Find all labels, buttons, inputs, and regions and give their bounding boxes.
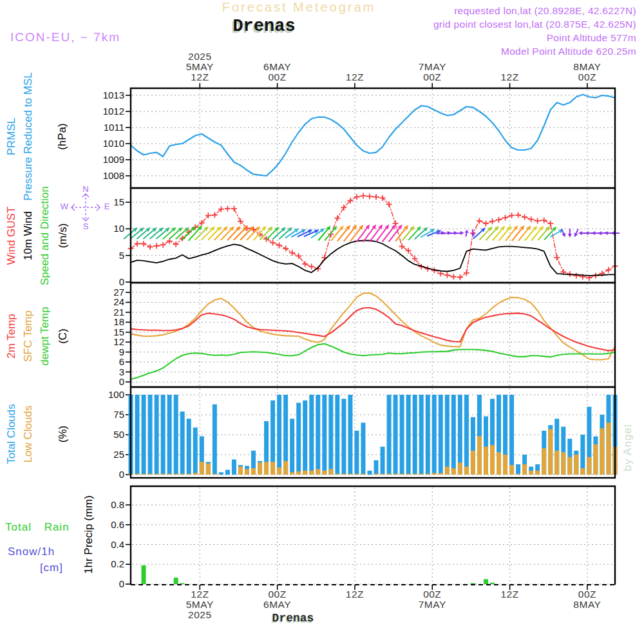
y-tick-label: 9 xyxy=(92,346,124,357)
bottom-axis-day: 6MAY xyxy=(253,599,302,611)
total-cloud-bar xyxy=(180,412,185,475)
total-cloud-bar xyxy=(225,470,230,475)
wind-direction-arrowhead xyxy=(464,230,468,233)
total-cloud-bar xyxy=(219,472,223,475)
rain-bar xyxy=(490,583,495,584)
wind-direction-arrow xyxy=(576,229,578,234)
low-cloud-bar xyxy=(503,455,507,475)
total-cloud-bar xyxy=(432,395,437,475)
total-cloud-bar xyxy=(296,402,301,475)
low-cloud-bar xyxy=(477,436,482,475)
y-tick-label: 25 xyxy=(92,449,124,460)
total-cloud-bar xyxy=(381,447,385,475)
low-cloud-bar xyxy=(348,474,352,475)
low-cloud-bar xyxy=(142,474,146,475)
y-tick-label: 0.2 xyxy=(92,558,124,569)
rain-bar xyxy=(180,583,185,584)
y-tick-label: 21 xyxy=(92,307,124,317)
low-cloud-bar xyxy=(451,468,456,475)
low-cloud-bar xyxy=(296,471,301,475)
wind-direction-arrow xyxy=(363,228,374,242)
low-cloud-bar xyxy=(490,445,495,475)
total-cloud-bar xyxy=(516,464,520,475)
y-tick-label: 1012 xyxy=(92,106,124,117)
low-cloud-bar xyxy=(264,462,269,475)
snow-label: Snow/1h xyxy=(8,545,55,558)
low-cloud-bar xyxy=(341,474,346,475)
y-tick-label: 0.6 xyxy=(92,519,124,530)
total-cloud-bar xyxy=(361,422,365,475)
y-tick-label: 1008 xyxy=(92,170,124,181)
low-cloud-bar xyxy=(381,474,385,475)
total-cloud-bar xyxy=(213,404,217,475)
total-cloud-bar xyxy=(328,395,333,475)
total-cloud-bar xyxy=(426,395,430,475)
low-cloud-bar xyxy=(458,462,462,475)
total-cloud-bar xyxy=(142,395,146,475)
low-cloud-bar xyxy=(567,457,572,475)
pressure-panel-border xyxy=(131,88,615,188)
total-cloud-bar xyxy=(341,399,346,475)
y-tick-label: 15 xyxy=(92,327,124,337)
total-cloud-bar xyxy=(148,395,153,475)
wind-direction-arrowhead xyxy=(591,231,595,235)
wind-direction-arrow xyxy=(436,233,441,234)
bottom-axis-hour: 12Z xyxy=(486,589,535,600)
low-cloud-bar xyxy=(213,474,217,475)
low-cloud-bar xyxy=(258,462,262,475)
y-tick-label: 0.8 xyxy=(92,499,124,510)
y-tick-label: 100 xyxy=(92,389,124,400)
wind-direction-arrowhead xyxy=(460,231,464,235)
low-cloud-bar xyxy=(374,474,379,475)
total-cloud-bar xyxy=(387,395,392,475)
total-cloud-bar xyxy=(367,471,372,475)
low-cloud-bar xyxy=(561,452,565,475)
top-axis-hour: 12Z xyxy=(175,71,224,83)
wind-direction-arrowhead xyxy=(471,233,475,236)
low-cloud-bar xyxy=(167,474,172,475)
low-cloud-bar xyxy=(251,468,256,475)
low-cloud-bar xyxy=(554,451,559,475)
low-cloud-bar xyxy=(290,472,294,475)
low-cloud-bar xyxy=(270,462,275,475)
total-cloud-bar xyxy=(439,395,443,475)
total-cloud-bar xyxy=(464,395,469,475)
low-cloud-bar xyxy=(542,448,546,475)
y-tick-label: 1011 xyxy=(92,122,124,133)
low-cloud-bar xyxy=(316,469,320,475)
wind-direction-arrowhead xyxy=(568,234,572,238)
low-cloud-bar xyxy=(328,469,333,475)
precip-axis-label: 1hr Precip (mm) xyxy=(82,483,95,586)
total-cloud-bar xyxy=(135,395,140,475)
y-tick-label: 27 xyxy=(92,287,124,298)
total-cloud-bar xyxy=(174,395,178,475)
bottom-axis-day: 7MAY xyxy=(408,599,457,611)
wind-direction-arrow xyxy=(376,228,386,242)
total-cloud-bar xyxy=(393,395,398,475)
low-cloud-bar xyxy=(354,474,359,475)
low-cloud-bar xyxy=(548,429,553,475)
low-cloud-bar xyxy=(600,428,604,475)
y-tick-label: 1010 xyxy=(92,138,124,149)
dewpoint-line xyxy=(131,344,615,379)
top-axis-hour: 00Z xyxy=(253,71,302,83)
total-cloud-bar xyxy=(335,395,339,475)
low-cloud-bar xyxy=(587,457,591,475)
bottom-axis-day: 8MAY xyxy=(563,599,612,611)
snow-units-label: [cm] xyxy=(19,562,63,574)
sfc-temp-line xyxy=(131,293,615,360)
total-cloud-bar xyxy=(445,395,450,475)
rain-bar xyxy=(484,579,488,584)
y-tick-label: 0 xyxy=(92,578,124,589)
y-tick-label: 75 xyxy=(92,409,124,420)
y-tick-label: 0.4 xyxy=(92,539,124,550)
total-cloud-bar xyxy=(290,419,294,475)
total-cloud-bar xyxy=(400,395,404,475)
wind-direction-arrowhead xyxy=(611,231,614,235)
low-cloud-bar xyxy=(516,474,520,475)
wind-direction-arrowhead xyxy=(604,231,608,235)
total-cloud-bar xyxy=(406,395,411,475)
low-cloud-bar xyxy=(174,474,178,475)
low-cloud-bar xyxy=(245,469,249,475)
wind-direction-arrow xyxy=(466,232,466,236)
